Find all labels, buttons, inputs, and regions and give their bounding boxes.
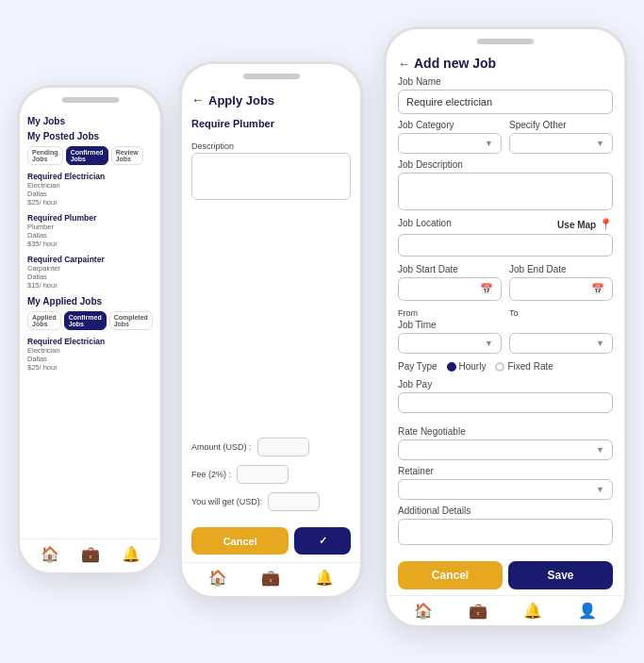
category-row: Job Category ▼ Specify Other ▼ xyxy=(398,120,613,154)
phone-myjobs: My Jobs My Posted Jobs PendingJobs Confi… xyxy=(17,85,163,575)
rate-negotiable-section: Rate Negotiable ▼ xyxy=(398,426,613,460)
description-label: Description xyxy=(191,141,351,151)
apply-button[interactable]: ✓ xyxy=(294,527,351,555)
location-label-row: Job Location Use Map 📍 xyxy=(398,218,613,231)
rate-negotiable-select[interactable]: ▼ xyxy=(398,439,613,460)
briefcase-icon-2[interactable]: 💼 xyxy=(261,569,280,587)
retainer-select[interactable]: ▼ xyxy=(398,479,613,500)
to-col: To Job Time ▼ xyxy=(509,308,613,354)
briefcase-icon-3[interactable]: 💼 xyxy=(469,602,487,620)
job-desc-input[interactable] xyxy=(398,173,613,210)
retainer-section: Retainer ▼ xyxy=(398,466,613,500)
back-arrow-icon[interactable]: ← xyxy=(191,92,205,108)
tab-confirmed[interactable]: ConfirmedJobs xyxy=(66,146,108,165)
hourly-radio[interactable] xyxy=(447,362,456,372)
add-new-job-title: Add new Job xyxy=(414,56,496,71)
start-date-col: Job Start Date 📅 xyxy=(398,264,502,301)
end-calendar-icon: 📅 xyxy=(591,283,604,295)
tab-confirmed-applied[interactable]: ConfirmedJobs xyxy=(64,311,107,330)
additional-details-section: Additional Details xyxy=(398,506,613,553)
job-name-label: Job Name xyxy=(398,76,613,87)
fee-input[interactable] xyxy=(237,465,289,484)
job-location-section: Job Location Use Map 📍 xyxy=(398,218,613,264)
use-map-label[interactable]: Use Map 📍 xyxy=(557,218,613,231)
profile-icon-3[interactable]: 👤 xyxy=(578,602,597,620)
time-row: From Job Time ▼ To Job Time ▼ xyxy=(398,308,613,354)
job-name-value: Require Plumber xyxy=(191,118,351,129)
amount-label: Amount (USD) : xyxy=(191,442,252,452)
start-date-input[interactable]: 📅 xyxy=(398,277,502,301)
home-icon-3[interactable]: 🏠 xyxy=(414,602,433,620)
action-buttons: Cancel ✓ xyxy=(191,527,351,555)
from-col: From Job Time ▼ xyxy=(398,308,502,354)
from-time-select[interactable]: ▼ xyxy=(398,333,502,354)
rate-negotiable-label: Rate Negotiable xyxy=(398,426,613,437)
phone2-content: ← Apply Jobs Require Plumber Description… xyxy=(182,85,360,562)
cancel-button[interactable]: Cancel xyxy=(191,527,289,555)
phone-applyjobs: ← Apply Jobs Require Plumber Description… xyxy=(179,61,363,599)
tab-pending[interactable]: PendingJobs xyxy=(27,146,63,165)
briefcase-icon[interactable]: 💼 xyxy=(81,545,100,563)
from-label: From xyxy=(398,308,502,318)
location-input[interactable] xyxy=(398,234,613,257)
apply-jobs-title: Apply Jobs xyxy=(208,93,274,108)
home-icon-2[interactable]: 🏠 xyxy=(208,569,227,587)
p3-cancel-button[interactable]: Cancel xyxy=(398,561,503,589)
start-date-label: Job Start Date xyxy=(398,264,502,274)
job-desc-section: Job Description xyxy=(398,159,613,218)
date-row: Job Start Date 📅 Job End Date 📅 xyxy=(398,264,613,301)
bell-icon-2[interactable]: 🔔 xyxy=(315,569,334,587)
home-icon[interactable]: 🏠 xyxy=(41,545,59,563)
fixed-rate-option[interactable]: Fixed Rate xyxy=(495,361,553,372)
job-name-section: Job Name xyxy=(398,76,613,120)
retainer-label: Retainer xyxy=(398,466,613,476)
scene: My Jobs My Posted Jobs PendingJobs Confi… xyxy=(0,0,644,663)
p3-back-row: ← Add new Job xyxy=(398,56,613,71)
applied-tabs: AppliedJobs ConfirmedJobs CompletedJobs xyxy=(27,311,153,330)
job-pay-input[interactable] xyxy=(398,392,613,413)
tab-applied[interactable]: AppliedJobs xyxy=(27,311,61,330)
amount-row: Amount (USD) : xyxy=(191,438,351,456)
description-row: Description xyxy=(191,141,351,200)
job-desc-label: Job Description xyxy=(398,159,613,170)
description-input[interactable] xyxy=(191,153,351,200)
fixed-rate-radio[interactable] xyxy=(495,362,504,372)
bell-icon-3[interactable]: 🔔 xyxy=(523,602,542,620)
tab-completed[interactable]: CompletedJobs xyxy=(109,311,153,330)
phone3-content: ← Add new Job Job Name Job Category ▼ Sp… xyxy=(387,50,624,595)
amount-input[interactable] xyxy=(257,438,309,456)
additional-details-input[interactable] xyxy=(398,519,613,545)
end-date-label: Job End Date xyxy=(509,264,613,274)
p3-save-button[interactable]: Save xyxy=(508,561,613,589)
pay-type-label: Pay Type xyxy=(398,361,438,372)
hourly-option[interactable]: Hourly xyxy=(447,361,487,372)
additional-details-label: Additional Details xyxy=(398,506,613,516)
you-get-row: You will get (USD): xyxy=(191,492,351,511)
category-select[interactable]: ▼ xyxy=(398,133,502,154)
posted-job-2[interactable]: Required Plumber Plumber Dallas $35/ hou… xyxy=(27,213,153,248)
posted-job-3[interactable]: Required Carpainter Carpainter Dallas $1… xyxy=(27,255,153,290)
you-get-value xyxy=(268,492,320,511)
map-pin-icon: 📍 xyxy=(599,218,613,231)
tab-review[interactable]: ReviewJobs xyxy=(111,146,143,165)
to-label: To xyxy=(509,308,613,318)
specify-select[interactable]: ▼ xyxy=(509,133,613,154)
p3-back-arrow[interactable]: ← xyxy=(398,57,410,71)
phone3-footer: 🏠 💼 🔔 👤 xyxy=(387,595,624,625)
specify-col: Specify Other ▼ xyxy=(509,120,613,154)
bell-icon[interactable]: 🔔 xyxy=(122,545,140,563)
end-date-input[interactable]: 📅 xyxy=(509,277,613,301)
specify-label: Specify Other xyxy=(509,120,613,130)
fee-row: Fee (2%) : xyxy=(191,465,351,484)
myjobs-title: My Jobs xyxy=(27,116,153,126)
job-pay-section: Job Pay xyxy=(398,379,613,421)
job-name-input[interactable] xyxy=(398,90,613,114)
fee-label: Fee (2%) : xyxy=(191,470,231,479)
applied-job-1[interactable]: Required Electrician Electrician Dallas … xyxy=(27,337,153,372)
job-pay-label: Job Pay xyxy=(398,379,613,390)
p3-action-row: Cancel Save xyxy=(398,561,613,589)
to-time-select[interactable]: ▼ xyxy=(509,333,613,354)
you-get-label: You will get (USD): xyxy=(191,497,262,506)
posted-job-1[interactable]: Required Electrician Electrician Dallas … xyxy=(27,172,153,207)
phone2-footer: 🏠 💼 🔔 xyxy=(182,562,360,596)
